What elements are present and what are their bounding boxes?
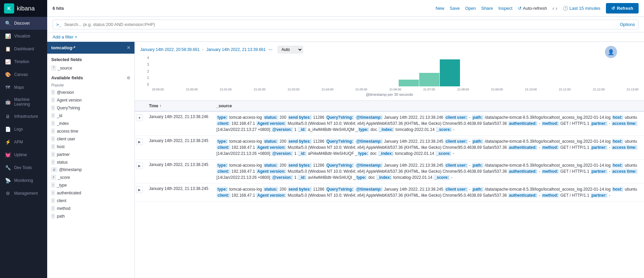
field-item-query-string[interactable]: t Query?string bbox=[47, 104, 134, 112]
inspect-button[interactable]: Inspect bbox=[498, 6, 513, 11]
chart-bar[interactable] bbox=[234, 86, 254, 86]
sidebar-item-logs[interactable]: 📄 Logs bbox=[0, 123, 47, 136]
time-range-button[interactable]: 🕐 Last 15 minutes bbox=[563, 6, 601, 11]
new-button[interactable]: New bbox=[436, 6, 444, 11]
available-fields-title: Available fields bbox=[51, 75, 83, 80]
field-item-index[interactable]: t _index bbox=[47, 119, 134, 127]
sidebar-item-apm[interactable]: ⚡ APM bbox=[0, 136, 47, 148]
sidebar-item-label: Monitoring bbox=[14, 178, 33, 183]
field-item-agent-version[interactable]: t Agent version bbox=[47, 96, 134, 104]
refresh-button[interactable]: ↺ Refresh bbox=[606, 3, 639, 13]
sidebar-item-devtools[interactable]: 🔧 Dev Tools bbox=[0, 161, 47, 174]
chart-time-start[interactable]: January 14th 2022, 20:58:39.661 bbox=[140, 47, 200, 52]
field-item-access-time[interactable]: t access time bbox=[47, 127, 134, 135]
field-item-authenticated[interactable]: t authenticated bbox=[47, 189, 134, 197]
auto-refresh-button[interactable]: ↺ Auto-refresh bbox=[518, 6, 547, 11]
save-button[interactable]: Save bbox=[450, 6, 460, 11]
sidebar-item-visualize[interactable]: 📊 Visualize bbox=[0, 30, 47, 43]
chart-bar[interactable] bbox=[337, 86, 357, 86]
chart-bar[interactable] bbox=[214, 86, 234, 86]
search-input-wrap: >_ Options bbox=[53, 20, 639, 29]
logo: K kibana bbox=[0, 0, 47, 17]
sidebar-item-timelion[interactable]: 📈 Timelion bbox=[0, 55, 47, 68]
row-time: January 14th 2022, 21:13:38.245 bbox=[145, 160, 212, 184]
sidebar-item-label: Visualize bbox=[14, 34, 30, 38]
open-button[interactable]: Open bbox=[465, 6, 476, 11]
sidebar-item-infrastructure[interactable]: 🖥 Infrastructure bbox=[0, 110, 47, 123]
chart-time-end[interactable]: January 14th 2022, 21:13:39.661 bbox=[206, 47, 266, 52]
refresh-icon: ↺ bbox=[518, 6, 522, 11]
field-item-version[interactable]: t @version bbox=[47, 88, 134, 96]
sidebar-item-label: Discover bbox=[14, 21, 30, 26]
selected-fields-title: Selected fields bbox=[47, 54, 134, 64]
sidebar-item-maps[interactable]: 🗺 Maps bbox=[0, 81, 47, 94]
available-fields-header: Available fields ⚙ bbox=[47, 72, 134, 82]
col-time[interactable]: Time ↑ bbox=[145, 101, 212, 111]
content-area: tomcatlog-* ✕ Selected fields ? _source … bbox=[47, 42, 644, 278]
field-item-method[interactable]: t method bbox=[47, 204, 134, 212]
col-source: _source bbox=[212, 101, 644, 111]
row-time: January 14th 2022, 21:13:38.245 bbox=[145, 136, 212, 160]
sidebar-item-dashboard[interactable]: 📋 Dashboard bbox=[0, 43, 47, 55]
chart-bar[interactable] bbox=[419, 73, 439, 86]
field-name: _source bbox=[58, 66, 72, 71]
field-item-client[interactable]: t client bbox=[47, 197, 134, 204]
sidebar-item-discover[interactable]: 🔍 Discover bbox=[0, 17, 47, 30]
sidebar-item-label: Uptime bbox=[14, 152, 27, 157]
sidebar-item-monitoring[interactable]: 📡 Monitoring bbox=[0, 174, 47, 187]
add-filter-button[interactable]: Add a filter + bbox=[53, 34, 77, 39]
prev-time-button[interactable]: ‹ bbox=[552, 5, 554, 11]
field-item-partner[interactable]: t partner bbox=[47, 150, 134, 158]
share-button[interactable]: Share bbox=[481, 6, 493, 11]
field-item-score[interactable]: # _score bbox=[47, 173, 134, 181]
row-expand-button[interactable]: ▶ bbox=[136, 186, 143, 193]
chart-bar[interactable] bbox=[193, 86, 213, 86]
row-source: type: tomcat-access-log status: 200 send… bbox=[212, 111, 644, 136]
field-item-path[interactable]: t path bbox=[47, 212, 134, 220]
chart-bar[interactable] bbox=[173, 86, 193, 86]
chart-bar[interactable] bbox=[152, 86, 172, 86]
popular-label: Popular bbox=[47, 82, 134, 88]
chart-bar[interactable] bbox=[378, 86, 398, 86]
chart-bar[interactable] bbox=[440, 59, 460, 86]
field-item-type[interactable]: t _type bbox=[47, 181, 134, 189]
field-item-host[interactable]: t host bbox=[47, 143, 134, 150]
index-pattern-close[interactable]: ✕ bbox=[127, 45, 130, 50]
index-pattern: tomcatlog-* ✕ bbox=[47, 42, 134, 54]
row-time: January 14th 2022, 21:13:38.246 bbox=[145, 111, 212, 136]
options-button[interactable]: Options bbox=[620, 22, 635, 27]
gear-icon[interactable]: ⚙ bbox=[127, 76, 130, 80]
row-expand-button[interactable]: ▶ bbox=[136, 162, 143, 169]
sidebar-item-management[interactable]: ⚙ Management bbox=[0, 187, 47, 200]
sidebar-item-label: Timelion bbox=[14, 59, 29, 64]
field-item-client-user[interactable]: t client user bbox=[47, 135, 134, 143]
hits-count: 6 hits bbox=[53, 6, 64, 11]
chart-bar[interactable] bbox=[358, 86, 378, 86]
table-row: ▶January 14th 2022, 21:13:38.245type: to… bbox=[135, 136, 644, 160]
chart-bar[interactable] bbox=[316, 86, 337, 86]
search-bar: >_ Options bbox=[47, 17, 644, 32]
sidebar-item-canvas[interactable]: 🎨 Canvas bbox=[0, 68, 47, 81]
search-input[interactable] bbox=[64, 22, 620, 27]
chart-bar[interactable] bbox=[275, 86, 296, 86]
chart-bar[interactable] bbox=[399, 80, 419, 86]
time-col-label: Time ↑ bbox=[149, 104, 161, 108]
chart-bar[interactable] bbox=[255, 86, 275, 86]
auto-select-dropdown[interactable]: Auto Second Minute bbox=[278, 46, 303, 53]
field-item-id[interactable]: t _id bbox=[47, 112, 134, 119]
field-item-status[interactable]: t status bbox=[47, 158, 134, 166]
row-expand-button[interactable]: ▶ bbox=[136, 138, 143, 145]
sidebar-item-ml[interactable]: 🤖 Machine Learning bbox=[0, 94, 47, 110]
next-time-button[interactable]: › bbox=[555, 5, 557, 11]
chart-bar[interactable] bbox=[296, 86, 316, 86]
sidebar-item-uptime[interactable]: 💓 Uptime bbox=[0, 148, 47, 161]
sidebar-item-label: Maps bbox=[14, 85, 24, 90]
topbar-nav: New Save Open Share Inspect ↺ Auto-refre… bbox=[436, 3, 639, 13]
search-prompt: >_ bbox=[56, 22, 62, 27]
table-header-row: Time ↑ _source bbox=[135, 101, 644, 111]
sidebar-item-label: Management bbox=[14, 191, 38, 196]
row-expand-button[interactable]: ▼ bbox=[136, 114, 143, 121]
filter-bar: Add a filter + bbox=[47, 32, 644, 42]
field-item-timestamp[interactable]: @ @timestamp bbox=[47, 166, 134, 173]
chart-auto-select[interactable]: Auto Second Minute bbox=[278, 46, 303, 53]
